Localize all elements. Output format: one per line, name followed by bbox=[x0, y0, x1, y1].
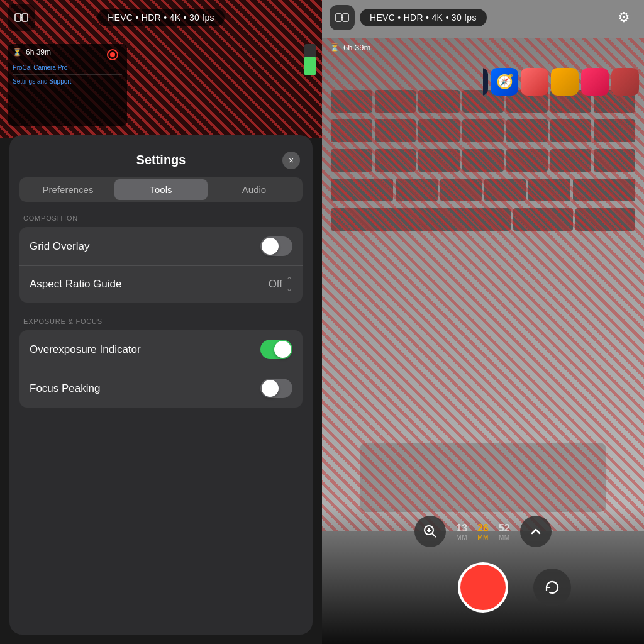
chevron-updown-icon: ⌃⌄ bbox=[286, 275, 292, 293]
gear-button-right[interactable]: ⚙ bbox=[611, 5, 636, 30]
right-panel: HEVC • HDR • 4K • 30 fps ⚙ ⏳ 6h 39m 🧭 bbox=[322, 0, 644, 644]
storage-time-right: ⏳ 6h 39m bbox=[330, 43, 370, 52]
tab-tools[interactable]: Tools bbox=[114, 179, 208, 200]
svg-rect-4 bbox=[343, 14, 348, 21]
hourglass-icon-left: ⏳ bbox=[13, 48, 22, 57]
top-bar-right: HEVC • HDR • 4K • 30 fps ⚙ bbox=[322, 0, 644, 35]
settings-row-grid-overlay: Grid Overlay bbox=[19, 227, 303, 265]
svg-rect-3 bbox=[336, 14, 341, 21]
focal-52mm[interactable]: 52 MM bbox=[499, 523, 510, 541]
gear-icon: ⚙ bbox=[618, 9, 630, 26]
focus-peaking-label: Focus Peaking bbox=[30, 382, 100, 395]
camera-preview-left: HEVC • HDR • 4K • 30 fps ⏳ 6h 39m ProCal… bbox=[0, 0, 322, 138]
format-pill-right[interactable]: HEVC • HDR • 4K • 30 fps bbox=[360, 9, 487, 26]
grid-overlay-label: Grid Overlay bbox=[30, 240, 89, 253]
focal-length-bar: 13 MM 26 MM 52 MM bbox=[322, 506, 644, 552]
aspect-ratio-label: Aspect Ratio Guide bbox=[30, 278, 121, 291]
focal-52-value: 52 bbox=[499, 523, 510, 534]
settings-tab-bar: Preferences Tools Audio bbox=[19, 177, 303, 202]
thumb-menu-item-2[interactable]: Settings and Support bbox=[13, 77, 122, 86]
dock-icon-app4[interactable] bbox=[611, 68, 639, 96]
zoom-button[interactable] bbox=[414, 516, 446, 547]
rotate-button[interactable] bbox=[533, 569, 571, 606]
focal-26mm[interactable]: 26 MM bbox=[477, 523, 489, 541]
modal-title: Settings bbox=[136, 153, 186, 167]
aspect-ratio-selector[interactable]: Off ⌃⌄ bbox=[269, 275, 292, 293]
expand-button[interactable] bbox=[520, 516, 552, 547]
dock-icon-activity[interactable] bbox=[483, 68, 488, 96]
toggle-knob-overexposure bbox=[274, 341, 291, 358]
focal-26-unit: MM bbox=[477, 534, 489, 541]
settings-row-focus-peaking: Focus Peaking bbox=[19, 369, 303, 408]
left-panel: HEVC • HDR • 4K • 30 fps ⏳ 6h 39m ProCal… bbox=[0, 0, 322, 644]
settings-group-composition: Grid Overlay Aspect Ratio Guide Off ⌃⌄ bbox=[19, 227, 303, 303]
tab-audio[interactable]: Audio bbox=[208, 179, 301, 200]
multi-camera-button[interactable] bbox=[8, 4, 35, 31]
camera-preview-right: HEVC • HDR • 4K • 30 fps ⚙ ⏳ 6h 39m 🧭 bbox=[322, 0, 644, 644]
thumbnail-overlay: ⏳ 6h 39m ProCal Camera Pro Settings and … bbox=[8, 44, 127, 126]
safari-compass-icon: 🧭 bbox=[496, 74, 513, 90]
overexposure-toggle[interactable] bbox=[260, 340, 292, 359]
storage-time-value-right: 6h 39m bbox=[343, 43, 370, 52]
bottom-controls: 13 MM 26 MM 52 MM bbox=[322, 506, 644, 644]
focal-13-value: 13 bbox=[456, 523, 467, 534]
dock-icon-safari[interactable]: 🧭 bbox=[491, 68, 518, 96]
section-label-composition: COMPOSITION bbox=[19, 214, 303, 222]
svg-rect-1 bbox=[22, 14, 28, 21]
shutter-row bbox=[322, 552, 644, 623]
gear-placeholder-left bbox=[287, 4, 314, 31]
modal-close-button[interactable]: × bbox=[282, 152, 300, 169]
overexposure-label: Overexposure Indicator bbox=[30, 343, 141, 356]
focal-13mm[interactable]: 13 MM bbox=[456, 523, 467, 541]
battery-indicator bbox=[304, 44, 316, 75]
hourglass-icon-right: ⏳ bbox=[330, 43, 340, 52]
toggle-knob-focus bbox=[262, 380, 279, 397]
svg-line-7 bbox=[432, 533, 436, 537]
svg-rect-0 bbox=[15, 14, 21, 21]
toggle-knob-grid bbox=[262, 238, 279, 255]
stop-record-icon bbox=[107, 49, 118, 60]
settings-row-aspect-ratio: Aspect Ratio Guide Off ⌃⌄ bbox=[19, 265, 303, 303]
modal-header: Settings × bbox=[9, 140, 313, 177]
dock-icon-app2[interactable] bbox=[551, 68, 579, 96]
battery-fill bbox=[304, 57, 316, 75]
multi-camera-button-right[interactable] bbox=[330, 5, 355, 30]
aspect-ratio-value: Off bbox=[269, 278, 282, 291]
dock-bar: 🧭 bbox=[483, 63, 644, 101]
section-label-exposure: EXPOSURE & FOCUS bbox=[19, 318, 303, 325]
top-bar-left: HEVC • HDR • 4K • 30 fps bbox=[0, 0, 322, 35]
storage-time-left: 6h 39m bbox=[26, 48, 51, 57]
format-pill-left[interactable]: HEVC • HDR • 4K • 30 fps bbox=[97, 9, 225, 26]
thumb-menu-item-1[interactable]: ProCal Camera Pro bbox=[13, 63, 122, 72]
focal-52-unit: MM bbox=[499, 534, 510, 541]
settings-row-overexposure: Overexposure Indicator bbox=[19, 330, 303, 369]
grid-overlay-toggle[interactable] bbox=[260, 236, 292, 256]
tab-preferences[interactable]: Preferences bbox=[21, 179, 114, 200]
focal-26-value: 26 bbox=[477, 523, 489, 534]
settings-group-exposure: Overexposure Indicator Focus Peaking bbox=[19, 330, 303, 408]
red-overexposure-overlay bbox=[322, 38, 644, 531]
dock-icon-app1[interactable] bbox=[521, 68, 548, 96]
thumb-separator bbox=[13, 74, 122, 75]
focal-13-unit: MM bbox=[456, 534, 467, 541]
settings-modal: Settings × Preferences Tools Audio COMPO… bbox=[9, 135, 313, 635]
spacer-left bbox=[395, 569, 433, 606]
shutter-button[interactable] bbox=[458, 562, 508, 613]
dock-icon-app3[interactable] bbox=[581, 68, 609, 96]
focus-peaking-toggle[interactable] bbox=[260, 379, 292, 398]
settings-content: COMPOSITION Grid Overlay Aspect Ratio Gu… bbox=[9, 214, 313, 408]
